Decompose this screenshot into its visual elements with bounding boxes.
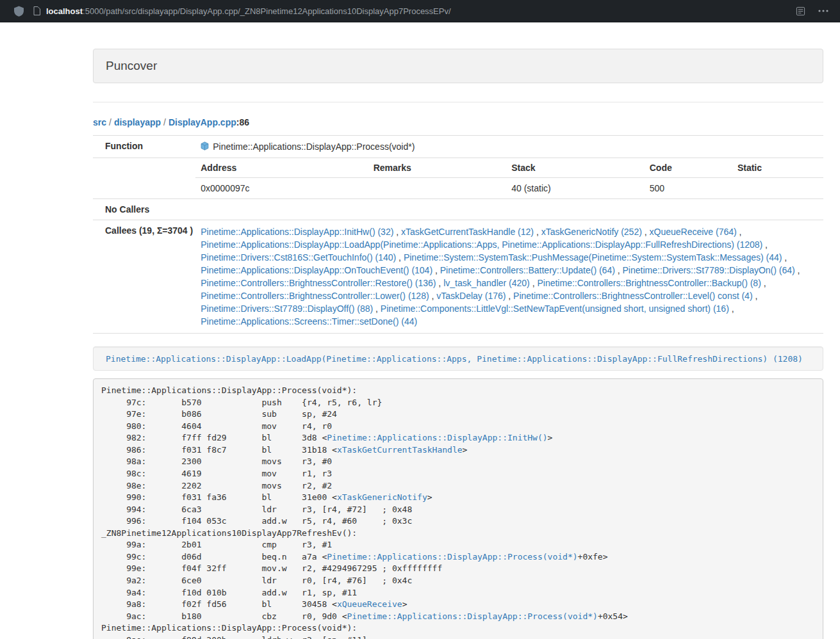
function-type-icon bbox=[201, 142, 209, 152]
callee-link[interactable]: Pinetime::Applications::DisplayApp::Load… bbox=[201, 239, 762, 250]
callee-link[interactable]: vTaskDelay (176) bbox=[436, 291, 506, 301]
disassembly-symbol-link[interactable]: Pinetime::Applications::DisplayApp::Proc… bbox=[327, 552, 577, 562]
callee-link[interactable]: Pinetime::Controllers::BrightnessControl… bbox=[201, 278, 436, 288]
callers-row: No Callers bbox=[93, 199, 823, 220]
overflow-menu-icon[interactable] bbox=[818, 10, 828, 12]
callee-link[interactable]: xQueueReceive (764) bbox=[650, 227, 737, 237]
callers-cell bbox=[195, 199, 823, 220]
callees-row: Callees (19, Σ=3704 ) Pinetime::Applicat… bbox=[93, 220, 823, 334]
callee-link[interactable]: Pinetime::Components::LittleVgl::SetNewT… bbox=[381, 303, 729, 314]
metrics-cell: Address Remarks Stack Code Static 0x0000… bbox=[195, 158, 823, 199]
col-address: Address bbox=[195, 158, 368, 178]
divider bbox=[93, 102, 823, 102]
callee-link[interactable]: Pinetime::Applications::DisplayApp::Init… bbox=[201, 227, 393, 237]
stack-value: 40 (static) bbox=[506, 178, 645, 199]
callees-cell: Pinetime::Applications::DisplayApp::Init… bbox=[195, 220, 823, 334]
callee-link[interactable]: xTaskGenericNotify (252) bbox=[541, 227, 642, 237]
browser-chrome: localhost:5000/path/src/displayapp/Displ… bbox=[0, 0, 840, 22]
function-name-cell: Pinetime::Applications::DisplayApp::Proc… bbox=[195, 136, 823, 158]
address-bar[interactable]: localhost:5000/path/src/displayapp/Displ… bbox=[33, 6, 451, 16]
breadcrumb-link-src[interactable]: src bbox=[93, 117, 106, 127]
callee-link[interactable]: xTaskGetCurrentTaskHandle (12) bbox=[401, 227, 534, 237]
app-navbar: Puncover bbox=[93, 49, 823, 83]
url-text: localhost:5000/path/src/displayapp/Displ… bbox=[46, 6, 451, 16]
breadcrumb: src/displayapp/DisplayApp.cpp:86 bbox=[93, 116, 823, 129]
callee-link[interactable]: Pinetime::Controllers::BrightnessControl… bbox=[513, 291, 752, 301]
col-static: Static bbox=[732, 158, 823, 178]
disassembly: Pinetime::Applications::DisplayApp::Proc… bbox=[93, 378, 823, 639]
col-code: Code bbox=[645, 158, 732, 178]
url-path: :5000/path/src/displayapp/DisplayApp.cpp… bbox=[83, 6, 451, 16]
callee-link[interactable]: Pinetime::Applications::Screens::Timer::… bbox=[201, 316, 417, 327]
address-value: 0x0000097c bbox=[195, 178, 368, 199]
metrics-table: Address Remarks Stack Code Static 0x0000… bbox=[195, 158, 823, 198]
selected-symbol-box: Pinetime::Applications::DisplayApp::Load… bbox=[93, 346, 823, 371]
callee-link[interactable]: Pinetime::Controllers::BrightnessControl… bbox=[201, 291, 429, 301]
url-host: localhost bbox=[46, 6, 83, 16]
code-value: 500 bbox=[645, 178, 732, 199]
breadcrumb-separator: / bbox=[163, 117, 166, 127]
page-container: Puncover src/displayapp/DisplayApp.cpp:8… bbox=[93, 49, 823, 639]
callee-link[interactable]: Pinetime::System::SystemTask::PushMessag… bbox=[404, 252, 782, 263]
callee-link[interactable]: Pinetime::Drivers::St7789::DisplayOn() (… bbox=[623, 265, 795, 275]
callee-link[interactable]: Pinetime::Drivers::St7789::DisplayOff() … bbox=[201, 303, 373, 314]
line-number: :86 bbox=[236, 117, 249, 127]
breadcrumb-link-displayapp[interactable]: displayapp bbox=[114, 117, 161, 127]
metrics-row-label bbox=[93, 158, 195, 199]
metrics-row: Address Remarks Stack Code Static 0x0000… bbox=[93, 158, 823, 199]
shield-icon[interactable] bbox=[14, 6, 24, 17]
selected-symbol-link[interactable]: Pinetime::Applications::DisplayApp::Load… bbox=[106, 354, 803, 364]
disassembly-symbol-link[interactable]: Pinetime::Applications::DisplayApp::Init… bbox=[327, 433, 547, 442]
disassembly-symbol-link[interactable]: xTaskGenericNotify bbox=[337, 492, 427, 502]
col-remarks: Remarks bbox=[368, 158, 507, 178]
document-icon bbox=[33, 6, 40, 15]
no-callers-label: No Callers bbox=[93, 199, 195, 220]
metrics-header-row: Address Remarks Stack Code Static bbox=[195, 158, 823, 178]
function-row: Function Pinetime::Applications::Display… bbox=[93, 136, 823, 158]
col-stack: Stack bbox=[506, 158, 645, 178]
brand-link[interactable]: Puncover bbox=[106, 59, 157, 73]
callee-link[interactable]: Pinetime::Controllers::BrightnessControl… bbox=[537, 278, 761, 288]
disassembly-symbol-link[interactable]: xTaskGetCurrentTaskHandle bbox=[337, 445, 463, 455]
callee-link[interactable]: Pinetime::Applications::DisplayApp::OnTo… bbox=[201, 265, 432, 275]
function-row-label: Function bbox=[93, 136, 195, 158]
remarks-value bbox=[368, 178, 507, 199]
callee-link[interactable]: lv_task_handler (420) bbox=[443, 278, 530, 288]
symbol-name: Pinetime::Applications::DisplayApp::Proc… bbox=[213, 142, 415, 152]
disassembly-symbol-link[interactable]: xQueueReceive bbox=[337, 599, 402, 609]
static-value bbox=[732, 178, 823, 199]
reader-mode-icon[interactable] bbox=[796, 6, 805, 16]
disassembly-symbol-link[interactable]: Pinetime::Applications::DisplayApp::Proc… bbox=[347, 611, 598, 621]
breadcrumb-link-file[interactable]: DisplayApp.cpp bbox=[169, 117, 236, 127]
metrics-value-row: 0x0000097c 40 (static) 500 bbox=[195, 178, 823, 199]
symbol-table: Function Pinetime::Applications::Display… bbox=[93, 135, 823, 334]
callee-link[interactable]: Pinetime::Drivers::Cst816S::GetTouchInfo… bbox=[201, 252, 396, 263]
callees-label: Callees (19, Σ=3704 ) bbox=[93, 220, 195, 334]
callee-link[interactable]: Pinetime::Controllers::Battery::Update()… bbox=[440, 265, 615, 275]
breadcrumb-separator: / bbox=[109, 117, 111, 127]
